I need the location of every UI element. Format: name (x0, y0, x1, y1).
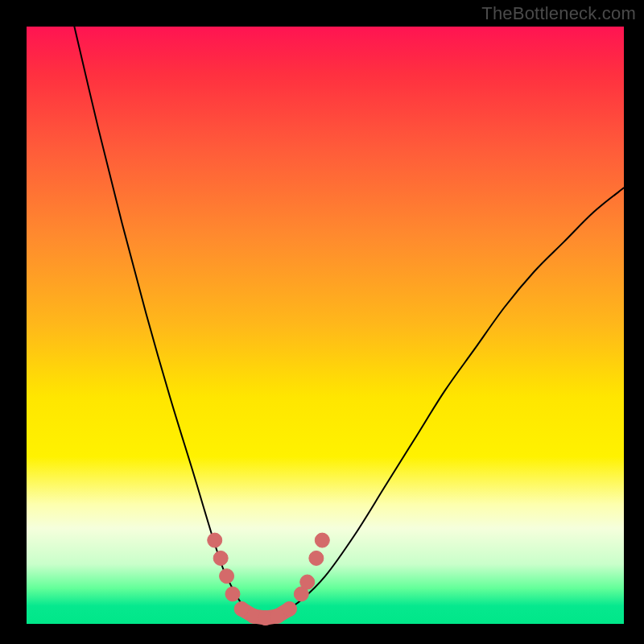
chart-frame: TheBottleneck.com (0, 0, 644, 644)
marker-dot (225, 587, 240, 601)
marker-dot (315, 533, 329, 547)
curve-svg (27, 27, 624, 624)
marker-dot (220, 569, 234, 584)
marker-dot (282, 601, 296, 616)
plot-area (27, 27, 624, 624)
bottleneck-curve (74, 27, 624, 619)
markers-group (208, 533, 330, 625)
watermark-text: TheBottleneck.com (481, 3, 636, 24)
marker-dot (300, 575, 315, 589)
marker-dot (309, 551, 324, 565)
marker-dot (208, 533, 222, 547)
marker-dot (213, 551, 228, 565)
